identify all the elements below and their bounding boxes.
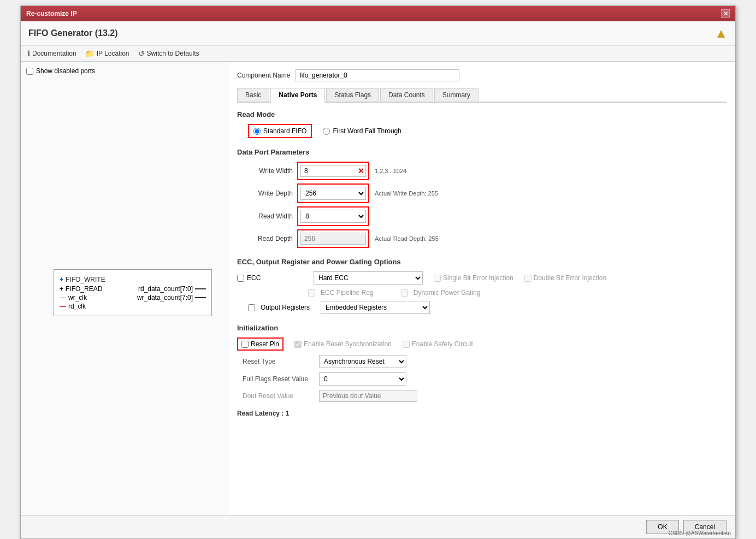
header-bar: FIFO Generator (13.2) ▲	[21, 21, 735, 46]
reset-type-label: Reset Type	[243, 358, 314, 365]
write-depth-select[interactable]: 256 512 1024	[300, 187, 366, 200]
reset-icon: ↺	[138, 49, 145, 58]
folder-icon: 📁	[85, 49, 94, 58]
wr-data-count-label: wr_data_count[7:0]	[137, 294, 193, 301]
dynamic-power-checkbox[interactable]	[401, 289, 408, 297]
reset-pin-checkbox[interactable]	[241, 341, 249, 348]
documentation-button[interactable]: ℹ Documentation	[27, 49, 76, 58]
right-panel: Component Name Basic Native Ports Status…	[228, 62, 735, 515]
ecc-title: ECC, Output Register and Power Gating Op…	[237, 258, 727, 266]
read-depth-highlight	[297, 229, 369, 248]
doc-icon: ℹ	[27, 49, 30, 58]
init-title: Initialization	[237, 324, 727, 332]
full-flags-row: Full Flags Reset Value 0 1	[243, 372, 727, 386]
ecc-pipeline-checkbox[interactable]	[308, 289, 315, 297]
enable-safety-check: Enable Safety Circuit	[403, 340, 473, 348]
show-disabled-row: Show disabled ports	[26, 67, 222, 75]
ecc-pipeline-label: ECC Pipeline Reg	[321, 289, 374, 297]
init-main-row: Reset Pin Enable Reset Synchronization E…	[237, 337, 727, 351]
write-width-highlight: ✕	[297, 162, 369, 180]
component-name-label: Component Name	[237, 72, 290, 79]
ecc-select[interactable]: Hard ECC Soft ECC No ECC	[314, 271, 423, 285]
read-width-label: Read Width	[248, 212, 297, 220]
ip-location-button[interactable]: 📁 IP Location	[85, 49, 129, 58]
show-disabled-label: Show disabled ports	[36, 67, 95, 75]
fwft-label: First Word Fall Through	[333, 127, 401, 135]
main-window: Re-customize IP ✕ FIFO Generator (13.2) …	[20, 5, 736, 539]
read-latency-value: 1	[286, 410, 290, 417]
port-line-fifo-read: + FIFO_READ rd_data_count[7:0]	[60, 285, 206, 293]
full-flags-select[interactable]: 0 1	[319, 372, 406, 386]
component-name-input[interactable]	[296, 69, 459, 81]
tab-summary[interactable]: Summary	[434, 88, 479, 102]
ecc-checkbox[interactable]	[237, 275, 244, 282]
read-mode-title: Read Mode	[237, 110, 727, 119]
ecc-main-row: ECC Hard ECC Soft ECC No ECC Single Bit …	[237, 271, 727, 285]
logo: ▲	[714, 26, 728, 41]
port-line-rd-clk: — rd_clk	[60, 303, 206, 310]
read-depth-row: Read Depth Actual Read Depth: 255	[248, 229, 727, 248]
close-button[interactable]: ✕	[721, 9, 730, 18]
dout-input	[319, 390, 417, 402]
fwft-radio[interactable]	[323, 128, 330, 135]
app-title: FIFO Generator (13.2)	[28, 28, 118, 38]
fwft-option[interactable]: First Word Fall Through	[323, 127, 401, 135]
double-bit-checkbox[interactable]	[524, 275, 531, 282]
read-mode-options: Standard FIFO First Word Fall Through	[248, 124, 727, 138]
show-disabled-checkbox[interactable]	[26, 68, 33, 75]
double-bit-label: Double Bit Error Injection	[534, 274, 606, 282]
data-port-title: Data Port Parameters	[237, 148, 727, 156]
wr-data-connector	[195, 297, 206, 298]
write-width-input[interactable]	[300, 165, 366, 177]
standard-fifo-label: Standard FIFO	[263, 127, 306, 135]
write-depth-hint: Actual Write Depth: 255	[375, 190, 438, 197]
write-width-label: Write Width	[248, 167, 297, 175]
write-depth-highlight: 256 512 1024	[297, 183, 369, 203]
rd-data-count-label: rd_data_count[7:0]	[138, 285, 193, 293]
left-panel: Show disabled ports + FIFO_WRITE + FIFO_…	[21, 62, 228, 515]
output-registers-select[interactable]: Embedded Registers Fabric Registers No R…	[321, 301, 430, 314]
standard-fifo-option[interactable]: Standard FIFO	[248, 124, 312, 138]
enable-reset-sync-checkbox[interactable]	[294, 341, 302, 348]
switch-to-defaults-button[interactable]: ↺ Switch to Defaults	[138, 49, 199, 58]
rd-data-connector	[195, 288, 206, 289]
component-name-row: Component Name	[237, 69, 727, 81]
read-depth-label: Read Depth	[248, 235, 297, 242]
reset-pin-box: Reset Pin	[237, 337, 284, 351]
tab-basic[interactable]: Basic	[237, 88, 269, 102]
tab-native-ports[interactable]: Native Ports	[270, 88, 325, 103]
data-port-section: Data Port Parameters Write Width ✕ 1,2,3…	[237, 148, 727, 248]
read-width-row: Read Width 8 16 32	[248, 206, 727, 226]
output-registers-checkbox[interactable]	[248, 304, 255, 311]
standard-fifo-radio[interactable]	[253, 128, 261, 135]
wr-clk-label: wr_clk	[68, 294, 87, 301]
single-bit-checkbox[interactable]	[434, 275, 441, 282]
full-flags-label: Full Flags Reset Value	[243, 375, 314, 383]
read-depth-hint: Actual Read Depth: 255	[375, 235, 439, 242]
read-width-select[interactable]: 8 16 32	[300, 210, 366, 223]
write-width-input-wrap: ✕	[300, 165, 366, 177]
tab-bar: Basic Native Ports Status Flags Data Cou…	[237, 88, 727, 103]
ecc-label: ECC	[247, 274, 261, 282]
write-width-clear[interactable]: ✕	[358, 167, 364, 175]
ecc-label-wrap: ECC	[237, 274, 308, 282]
double-bit-error-check: Double Bit Error Injection	[524, 274, 606, 282]
reset-type-row: Reset Type Asynchronous Reset Synchronou…	[243, 355, 727, 368]
enable-reset-sync-label: Enable Reset Synchronization	[304, 340, 392, 348]
ecc-checks: Single Bit Error Injection Double Bit Er…	[434, 274, 606, 282]
single-bit-label: Single Bit Error Injection	[443, 274, 513, 282]
title-bar: Re-customize IP ✕	[21, 6, 735, 21]
plus-icon-read: +	[60, 285, 63, 293]
enable-safety-checkbox[interactable]	[403, 341, 410, 348]
tab-status-flags[interactable]: Status Flags	[326, 88, 379, 102]
init-section: Initialization Reset Pin Enable Reset Sy…	[237, 324, 727, 402]
dout-row: Dout Reset Value	[243, 390, 727, 402]
tab-data-counts[interactable]: Data Counts	[380, 88, 433, 102]
diagram-box: + FIFO_WRITE + FIFO_READ rd_data_count[7…	[54, 269, 212, 316]
read-mode-section: Read Mode Standard FIFO First Word Fall …	[237, 110, 727, 138]
reset-type-select[interactable]: Asynchronous Reset Synchronous Reset	[319, 355, 406, 368]
diagram-item-fifo-write: + FIFO_WRITE	[60, 276, 206, 283]
reset-pin-label: Reset Pin	[251, 340, 279, 348]
output-registers-label: Output Registers	[261, 304, 310, 311]
read-latency: Read Latency : 1	[237, 410, 727, 417]
